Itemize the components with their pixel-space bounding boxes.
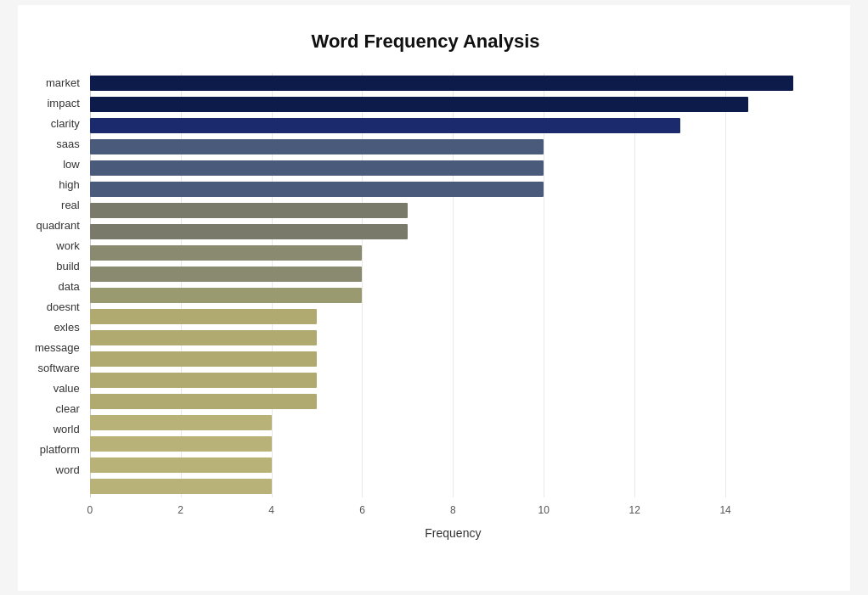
bar-row: [90, 222, 816, 242]
bar-row: [90, 243, 816, 263]
bar: [90, 139, 544, 154]
bar: [90, 330, 317, 345]
bar-row: [90, 285, 816, 306]
y-label: world: [54, 419, 83, 440]
y-label: software: [38, 358, 83, 379]
bar: [90, 224, 408, 239]
y-label: work: [56, 236, 82, 256]
x-tick: 12: [629, 504, 640, 516]
bar: [90, 118, 680, 133]
bar-row: [90, 306, 816, 327]
bar: [90, 267, 363, 282]
bar: [90, 457, 272, 473]
bar-row: [90, 455, 816, 475]
bar: [90, 160, 544, 176]
bar: [90, 436, 272, 452]
y-label: word: [56, 460, 83, 480]
x-tick: 0: [87, 504, 93, 516]
x-tick: 2: [178, 504, 183, 516]
chart-container: Word Frequency Analysis marketimpactclar…: [18, 5, 850, 591]
bar-row: [90, 94, 816, 115]
bar: [90, 97, 748, 112]
bar: [90, 415, 272, 430]
bar-row: [90, 137, 816, 157]
bar-row: [90, 115, 816, 136]
bar-row: [90, 73, 816, 93]
y-label: real: [61, 195, 83, 216]
bar: [90, 351, 317, 367]
y-label: impact: [47, 93, 82, 114]
bar-row: [90, 370, 816, 390]
bar: [90, 309, 317, 324]
bar-row: [90, 264, 816, 284]
y-label: exles: [54, 317, 82, 338]
bar: [90, 373, 317, 388]
x-tick: 8: [450, 504, 456, 516]
x-axis-label: Frequency: [90, 526, 816, 540]
chart-bottom: 02468101214 Frequency: [90, 497, 816, 540]
bar: [90, 203, 408, 218]
bar: [90, 245, 363, 261]
bar-row: [90, 200, 816, 221]
bars-area: [90, 73, 816, 497]
y-label: low: [63, 154, 83, 175]
bar: [90, 76, 794, 91]
x-tick: 6: [359, 504, 365, 516]
bar-row: [90, 328, 816, 348]
bar: [90, 479, 272, 494]
chart-area: marketimpactclaritysaaslowhighrealquadra…: [35, 73, 816, 540]
bar-row: [90, 158, 816, 178]
y-label: high: [59, 175, 83, 195]
x-tick: 14: [719, 504, 730, 516]
y-label: clarity: [51, 114, 83, 134]
y-label: platform: [40, 440, 83, 460]
bar-row: [90, 476, 816, 497]
y-label: build: [56, 256, 82, 277]
bar-row: [90, 434, 816, 454]
bar-row: [90, 413, 816, 433]
y-label: data: [58, 277, 82, 297]
y-label: value: [54, 379, 83, 399]
bar-row: [90, 349, 816, 369]
chart-title: Word Frequency Analysis: [35, 31, 816, 53]
y-label: clear: [56, 399, 83, 419]
y-label: message: [35, 338, 83, 358]
y-label: quadrant: [36, 216, 82, 236]
bar: [90, 182, 544, 197]
bar: [90, 394, 317, 409]
y-label: market: [46, 73, 83, 93]
y-label: saas: [56, 134, 82, 154]
bar-row: [90, 179, 816, 199]
x-tick: 4: [268, 504, 274, 516]
bar-row: [90, 391, 816, 412]
y-label: doesnt: [47, 297, 83, 317]
bar: [90, 288, 363, 303]
y-labels: marketimpactclaritysaaslowhighrealquadra…: [35, 73, 83, 540]
x-tick: 10: [538, 504, 550, 516]
